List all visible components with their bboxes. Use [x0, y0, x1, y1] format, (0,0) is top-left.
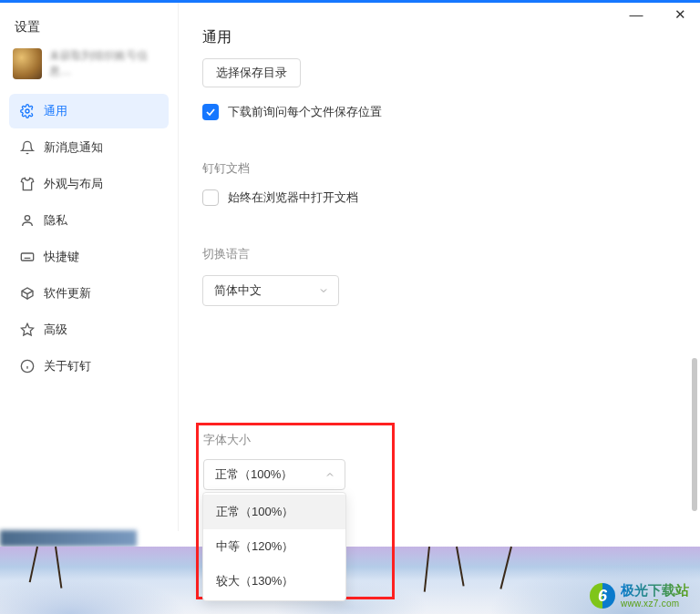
general-heading: 通用 [202, 28, 676, 47]
keyboard-icon [20, 250, 35, 264]
account-row[interactable]: 未获取到组织账号信息… [9, 46, 169, 92]
fontsize-dropdown: 正常（100%） 中等（120%） 较大（130%） [202, 492, 346, 601]
checkbox-checked-icon[interactable] [202, 104, 219, 120]
taskbar-fragment [0, 530, 137, 547]
sidebar-item-label: 关于钉钉 [44, 358, 91, 374]
svg-point-0 [26, 109, 29, 113]
sidebar-item-advanced[interactable]: 高级 [9, 312, 169, 347]
svg-rect-2 [21, 253, 33, 261]
account-status: 未获取到组织账号信息… [49, 48, 163, 79]
sidebar-item-label: 新消息通知 [44, 139, 103, 156]
info-icon [20, 359, 35, 374]
bell-icon [20, 140, 35, 155]
fontsize-heading: 字体大小 [203, 432, 251, 448]
sidebar-item-label: 软件更新 [44, 285, 91, 302]
sidebar-item-label: 快捷键 [44, 249, 79, 265]
sidebar-item-label: 通用 [44, 103, 67, 119]
sidebar-item-privacy[interactable]: 隐私 [9, 203, 169, 238]
ask-location-row[interactable]: 下载前询问每个文件保存位置 [202, 104, 676, 120]
fontsize-select[interactable]: 正常（100%） [203, 459, 345, 490]
sidebar-item-shortcuts[interactable]: 快捷键 [9, 240, 169, 274]
sidebar-item-label: 外观与布局 [44, 176, 103, 192]
docs-heading: 钉钉文档 [202, 160, 676, 177]
close-button[interactable]: ✕ [671, 6, 689, 23]
language-select[interactable]: 简体中文 [202, 275, 339, 306]
fontsize-option[interactable]: 较大（130%） [203, 564, 345, 599]
watermark: 6 极光下载站 www.xz7.com [590, 583, 689, 609]
cube-icon [20, 286, 35, 301]
minimize-button[interactable]: — [627, 6, 645, 23]
sidebar-item-notifications[interactable]: 新消息通知 [9, 130, 169, 165]
sidebar: 设置 未获取到组织账号信息… 通用 新消息通知 外观与布局 隐私 [0, 3, 179, 531]
settings-window: 设置 未获取到组织账号信息… 通用 新消息通知 外观与布局 隐私 [0, 3, 700, 531]
language-heading: 切换语言 [202, 246, 676, 262]
window-controls: — ✕ [627, 6, 689, 23]
avatar [13, 48, 42, 79]
scrollbar-thumb[interactable] [692, 358, 697, 511]
sidebar-nav: 通用 新消息通知 外观与布局 隐私 快捷键 软件更新 [9, 94, 169, 384]
sidebar-item-about[interactable]: 关于钉钉 [9, 349, 169, 384]
chevron-down-icon [318, 285, 329, 296]
main-panel: — ✕ 通用 选择保存目录 下载前询问每个文件保存位置 钉钉文档 始终在浏览器中… [179, 3, 700, 531]
chevron-up-icon [324, 469, 335, 480]
sidebar-item-appearance[interactable]: 外观与布局 [9, 167, 169, 201]
sidebar-item-general[interactable]: 通用 [9, 94, 169, 128]
sidebar-item-label: 高级 [44, 322, 67, 338]
choose-save-dir-button[interactable]: 选择保存目录 [202, 58, 301, 87]
language-selected: 简体中文 [214, 282, 262, 299]
fontsize-option[interactable]: 中等（120%） [203, 529, 345, 564]
watermark-name: 极光下载站 [621, 583, 689, 599]
window-title: 设置 [9, 19, 169, 46]
shirt-icon [20, 177, 35, 191]
watermark-logo-icon: 6 [590, 583, 615, 609]
open-browser-row[interactable]: 始终在浏览器中打开文档 [202, 189, 676, 206]
watermark-url: www.xz7.com [621, 599, 689, 609]
svg-point-1 [25, 216, 29, 220]
ask-location-label: 下载前询问每个文件保存位置 [228, 104, 382, 120]
sidebar-item-label: 隐私 [44, 212, 67, 229]
svg-marker-3 [21, 323, 33, 335]
checkbox-unchecked-icon[interactable] [202, 189, 219, 206]
sidebar-item-update[interactable]: 软件更新 [9, 276, 169, 311]
fontsize-selected: 正常（100%） [215, 466, 293, 483]
star-icon [20, 322, 35, 337]
fontsize-option[interactable]: 正常（100%） [203, 495, 345, 529]
gear-icon [20, 104, 35, 118]
open-browser-label: 始终在浏览器中打开文档 [228, 189, 358, 206]
person-icon [20, 213, 35, 228]
